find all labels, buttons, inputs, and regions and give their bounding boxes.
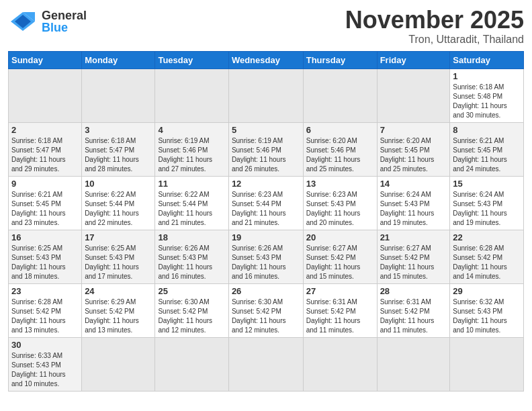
day-number: 28 — [380, 286, 447, 296]
day-info: Sunrise: 6:23 AMSunset: 5:43 PMDaylight:… — [306, 190, 374, 228]
calendar-cell — [450, 337, 524, 391]
day-info: Sunrise: 6:27 AMSunset: 5:42 PMDaylight:… — [380, 244, 447, 281]
calendar-week-row: 16Sunrise: 6:25 AMSunset: 5:43 PMDayligh… — [9, 230, 524, 283]
day-number: 6 — [306, 125, 374, 135]
calendar-cell: 12Sunrise: 6:23 AMSunset: 5:44 PMDayligh… — [228, 176, 303, 230]
calendar-cell: 16Sunrise: 6:25 AMSunset: 5:43 PMDayligh… — [9, 230, 82, 283]
day-number: 5 — [232, 125, 300, 135]
day-number: 24 — [85, 286, 152, 296]
logo: General Blue — [8, 9, 87, 34]
weekday-header-thursday: Thursday — [303, 51, 377, 68]
day-number: 21 — [380, 232, 447, 242]
day-number: 14 — [380, 179, 447, 189]
weekday-header-wednesday: Wednesday — [228, 51, 303, 68]
day-number: 30 — [11, 340, 79, 350]
weekday-header-monday: Monday — [82, 51, 155, 68]
weekday-header-friday: Friday — [377, 51, 450, 68]
calendar-cell — [155, 337, 228, 391]
day-number: 26 — [232, 286, 300, 296]
calendar-week-row: 9Sunrise: 6:21 AMSunset: 5:45 PMDaylight… — [9, 176, 524, 230]
header: General Blue November 2025 Tron, Uttarad… — [8, 7, 524, 46]
calendar-cell — [82, 337, 155, 391]
calendar-cell: 4Sunrise: 6:19 AMSunset: 5:46 PMDaylight… — [155, 122, 228, 176]
day-info: Sunrise: 6:30 AMSunset: 5:42 PMDaylight:… — [158, 298, 225, 335]
day-info: Sunrise: 6:23 AMSunset: 5:44 PMDaylight:… — [232, 190, 300, 228]
day-number: 20 — [306, 232, 374, 242]
location-title: Tron, Uttaradit, Thailand — [345, 34, 524, 46]
day-info: Sunrise: 6:24 AMSunset: 5:43 PMDaylight:… — [453, 190, 521, 228]
calendar-cell: 5Sunrise: 6:19 AMSunset: 5:46 PMDaylight… — [228, 122, 303, 176]
calendar-cell: 25Sunrise: 6:30 AMSunset: 5:42 PMDayligh… — [155, 283, 228, 337]
page: General Blue November 2025 Tron, Uttarad… — [0, 0, 532, 400]
day-info: Sunrise: 6:31 AMSunset: 5:42 PMDaylight:… — [306, 298, 374, 335]
calendar-cell: 15Sunrise: 6:24 AMSunset: 5:43 PMDayligh… — [450, 176, 524, 230]
calendar-cell: 26Sunrise: 6:30 AMSunset: 5:42 PMDayligh… — [228, 283, 303, 337]
day-number: 9 — [11, 179, 79, 189]
calendar-cell: 21Sunrise: 6:27 AMSunset: 5:42 PMDayligh… — [377, 230, 450, 283]
calendar-cell: 24Sunrise: 6:29 AMSunset: 5:42 PMDayligh… — [82, 283, 155, 337]
logo-general-text: General — [42, 9, 87, 21]
month-title: November 2025 — [345, 7, 524, 34]
calendar-cell: 9Sunrise: 6:21 AMSunset: 5:45 PMDaylight… — [9, 176, 82, 230]
day-number: 15 — [453, 179, 521, 189]
calendar-cell: 8Sunrise: 6:21 AMSunset: 5:45 PMDaylight… — [450, 122, 524, 176]
calendar-cell: 28Sunrise: 6:31 AMSunset: 5:42 PMDayligh… — [377, 283, 450, 337]
day-number: 17 — [85, 232, 152, 242]
calendar-cell — [377, 337, 450, 391]
day-info: Sunrise: 6:26 AMSunset: 5:43 PMDaylight:… — [158, 244, 225, 281]
calendar-cell: 13Sunrise: 6:23 AMSunset: 5:43 PMDayligh… — [303, 176, 377, 230]
calendar-cell — [9, 68, 82, 122]
day-info: Sunrise: 6:21 AMSunset: 5:45 PMDaylight:… — [453, 136, 521, 174]
day-number: 2 — [11, 125, 79, 135]
calendar-cell: 18Sunrise: 6:26 AMSunset: 5:43 PMDayligh… — [155, 230, 228, 283]
day-info: Sunrise: 6:26 AMSunset: 5:43 PMDaylight:… — [232, 244, 300, 281]
day-info: Sunrise: 6:24 AMSunset: 5:43 PMDaylight:… — [380, 190, 447, 228]
day-info: Sunrise: 6:18 AMSunset: 5:47 PMDaylight:… — [11, 136, 79, 174]
calendar-cell: 20Sunrise: 6:27 AMSunset: 5:42 PMDayligh… — [303, 230, 377, 283]
calendar-cell: 14Sunrise: 6:24 AMSunset: 5:43 PMDayligh… — [377, 176, 450, 230]
calendar-week-row: 23Sunrise: 6:28 AMSunset: 5:42 PMDayligh… — [9, 283, 524, 337]
day-number: 10 — [85, 179, 152, 189]
day-number: 16 — [11, 232, 79, 242]
day-info: Sunrise: 6:33 AMSunset: 5:43 PMDaylight:… — [11, 351, 79, 389]
day-number: 3 — [85, 125, 152, 135]
day-info: Sunrise: 6:25 AMSunset: 5:43 PMDaylight:… — [11, 244, 79, 281]
calendar-cell: 10Sunrise: 6:22 AMSunset: 5:44 PMDayligh… — [82, 176, 155, 230]
day-info: Sunrise: 6:32 AMSunset: 5:43 PMDaylight:… — [453, 298, 521, 335]
day-info: Sunrise: 6:20 AMSunset: 5:46 PMDaylight:… — [306, 136, 374, 174]
calendar-week-row: 2Sunrise: 6:18 AMSunset: 5:47 PMDaylight… — [9, 122, 524, 176]
day-info: Sunrise: 6:29 AMSunset: 5:42 PMDaylight:… — [85, 298, 152, 335]
day-number: 25 — [158, 286, 225, 296]
calendar-cell — [377, 68, 450, 122]
day-number: 19 — [232, 232, 300, 242]
calendar-cell — [228, 337, 303, 391]
calendar-cell: 30Sunrise: 6:33 AMSunset: 5:43 PMDayligh… — [9, 337, 82, 391]
calendar-cell: 23Sunrise: 6:28 AMSunset: 5:42 PMDayligh… — [9, 283, 82, 337]
day-info: Sunrise: 6:19 AMSunset: 5:46 PMDaylight:… — [232, 136, 300, 174]
day-number: 11 — [158, 179, 225, 189]
day-number: 4 — [158, 125, 225, 135]
day-number: 22 — [453, 232, 521, 242]
calendar-week-row: 30Sunrise: 6:33 AMSunset: 5:43 PMDayligh… — [9, 337, 524, 391]
calendar-cell: 11Sunrise: 6:22 AMSunset: 5:44 PMDayligh… — [155, 176, 228, 230]
calendar-cell: 19Sunrise: 6:26 AMSunset: 5:43 PMDayligh… — [228, 230, 303, 283]
day-number: 18 — [158, 232, 225, 242]
title-block: November 2025 Tron, Uttaradit, Thailand — [345, 7, 524, 46]
calendar-table: SundayMondayTuesdayWednesdayThursdayFrid… — [8, 51, 524, 392]
logo-blue-text: Blue — [42, 21, 87, 34]
day-info: Sunrise: 6:18 AMSunset: 5:48 PMDaylight:… — [453, 83, 521, 120]
weekday-header-sunday: Sunday — [9, 51, 82, 68]
day-info: Sunrise: 6:21 AMSunset: 5:45 PMDaylight:… — [11, 190, 79, 228]
day-number: 8 — [453, 125, 521, 135]
calendar-cell: 27Sunrise: 6:31 AMSunset: 5:42 PMDayligh… — [303, 283, 377, 337]
day-info: Sunrise: 6:27 AMSunset: 5:42 PMDaylight:… — [306, 244, 374, 281]
day-number: 27 — [306, 286, 374, 296]
calendar-week-row: 1Sunrise: 6:18 AMSunset: 5:48 PMDaylight… — [9, 68, 524, 122]
calendar-cell — [82, 68, 155, 122]
calendar-cell — [303, 68, 377, 122]
day-info: Sunrise: 6:18 AMSunset: 5:47 PMDaylight:… — [85, 136, 152, 174]
calendar-cell: 1Sunrise: 6:18 AMSunset: 5:48 PMDaylight… — [450, 68, 524, 122]
calendar-cell: 17Sunrise: 6:25 AMSunset: 5:43 PMDayligh… — [82, 230, 155, 283]
calendar-cell — [228, 68, 303, 122]
calendar-cell — [303, 337, 377, 391]
